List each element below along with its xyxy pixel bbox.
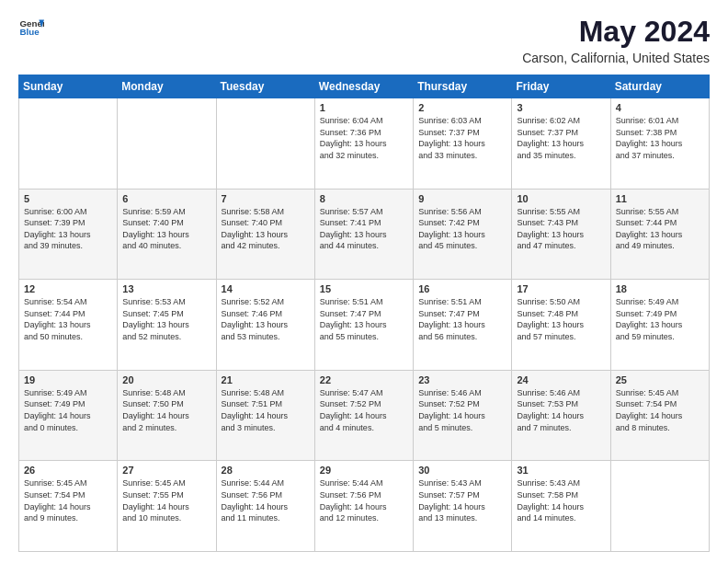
calendar-cell-w5-d3: 28Sunrise: 5:44 AM Sunset: 7:56 PM Dayli… [216, 461, 314, 552]
day-details: Sunrise: 5:46 AM Sunset: 7:52 PM Dayligh… [418, 387, 506, 433]
day-number: 25 [616, 374, 704, 385]
day-details: Sunrise: 5:48 AM Sunset: 7:50 PM Dayligh… [122, 387, 210, 433]
calendar-cell-w1-d4: 1Sunrise: 6:04 AM Sunset: 7:36 PM Daylig… [314, 98, 413, 190]
day-details: Sunrise: 6:01 AM Sunset: 7:38 PM Dayligh… [616, 115, 704, 161]
calendar-cell-w4-d7: 25Sunrise: 5:45 AM Sunset: 7:54 PM Dayli… [610, 370, 709, 461]
calendar-cell-w1-d7: 4Sunrise: 6:01 AM Sunset: 7:38 PM Daylig… [610, 98, 709, 190]
day-number: 16 [418, 283, 506, 294]
calendar-week-5: 26Sunrise: 5:45 AM Sunset: 7:54 PM Dayli… [19, 461, 710, 552]
calendar-cell-w3-d5: 16Sunrise: 5:51 AM Sunset: 7:47 PM Dayli… [414, 280, 512, 371]
col-monday: Monday [118, 75, 216, 98]
day-number: 18 [616, 283, 704, 294]
day-number: 1 [320, 102, 408, 113]
calendar-cell-w5-d5: 30Sunrise: 5:43 AM Sunset: 7:57 PM Dayli… [414, 461, 512, 552]
day-details: Sunrise: 5:52 AM Sunset: 7:46 PM Dayligh… [222, 296, 310, 342]
calendar-cell-w4-d3: 21Sunrise: 5:48 AM Sunset: 7:51 PM Dayli… [216, 370, 314, 461]
calendar-week-3: 12Sunrise: 5:54 AM Sunset: 7:44 PM Dayli… [19, 280, 710, 371]
col-friday: Friday [512, 75, 610, 98]
calendar-cell-w2-d2: 6Sunrise: 5:59 AM Sunset: 7:40 PM Daylig… [118, 189, 216, 280]
calendar-cell-w2-d3: 7Sunrise: 5:58 AM Sunset: 7:40 PM Daylig… [216, 189, 314, 280]
day-number: 12 [24, 283, 112, 294]
calendar-cell-w3-d4: 15Sunrise: 5:51 AM Sunset: 7:47 PM Dayli… [314, 280, 413, 371]
day-number: 24 [517, 374, 605, 385]
calendar-cell-w4-d4: 22Sunrise: 5:47 AM Sunset: 7:52 PM Dayli… [314, 370, 413, 461]
day-number: 10 [517, 193, 605, 204]
day-details: Sunrise: 5:56 AM Sunset: 7:42 PM Dayligh… [418, 206, 506, 252]
day-details: Sunrise: 5:58 AM Sunset: 7:40 PM Dayligh… [222, 206, 310, 252]
day-number: 17 [517, 283, 605, 294]
svg-text:Blue: Blue [19, 27, 40, 37]
calendar-cell-w1-d1 [19, 98, 118, 190]
day-number: 6 [122, 193, 210, 204]
calendar-cell-w3-d3: 14Sunrise: 5:52 AM Sunset: 7:46 PM Dayli… [216, 280, 314, 371]
calendar-cell-w5-d2: 27Sunrise: 5:45 AM Sunset: 7:55 PM Dayli… [118, 461, 216, 552]
day-details: Sunrise: 5:45 AM Sunset: 7:55 PM Dayligh… [122, 477, 210, 523]
day-number: 3 [517, 102, 605, 113]
title-block: May 2024 Carson, California, United Stat… [522, 15, 710, 65]
calendar-cell-w1-d2 [118, 98, 216, 190]
calendar-cell-w5-d4: 29Sunrise: 5:44 AM Sunset: 7:56 PM Dayli… [314, 461, 413, 552]
day-number: 5 [24, 193, 112, 204]
calendar-cell-w2-d5: 9Sunrise: 5:56 AM Sunset: 7:42 PM Daylig… [414, 189, 512, 280]
day-number: 27 [122, 465, 210, 476]
day-details: Sunrise: 5:55 AM Sunset: 7:44 PM Dayligh… [616, 206, 704, 252]
calendar-cell-w1-d6: 3Sunrise: 6:02 AM Sunset: 7:37 PM Daylig… [512, 98, 610, 190]
calendar-week-1: 1Sunrise: 6:04 AM Sunset: 7:36 PM Daylig… [19, 98, 710, 190]
calendar-table: Sunday Monday Tuesday Wednesday Thursday… [18, 75, 710, 552]
day-number: 9 [418, 193, 506, 204]
day-details: Sunrise: 5:59 AM Sunset: 7:40 PM Dayligh… [122, 206, 210, 252]
day-details: Sunrise: 5:47 AM Sunset: 7:52 PM Dayligh… [320, 387, 408, 433]
day-details: Sunrise: 5:45 AM Sunset: 7:54 PM Dayligh… [24, 477, 112, 523]
header: General Blue May 2024 Carson, California… [18, 15, 710, 65]
calendar-cell-w5-d6: 31Sunrise: 5:43 AM Sunset: 7:58 PM Dayli… [512, 461, 610, 552]
day-number: 8 [320, 193, 408, 204]
day-number: 15 [320, 283, 408, 294]
day-number: 21 [222, 374, 310, 385]
calendar-cell-w3-d7: 18Sunrise: 5:49 AM Sunset: 7:49 PM Dayli… [610, 280, 709, 371]
calendar-cell-w2-d7: 11Sunrise: 5:55 AM Sunset: 7:44 PM Dayli… [610, 189, 709, 280]
calendar-cell-w4-d6: 24Sunrise: 5:46 AM Sunset: 7:53 PM Dayli… [512, 370, 610, 461]
day-details: Sunrise: 5:49 AM Sunset: 7:49 PM Dayligh… [616, 296, 704, 342]
day-details: Sunrise: 5:57 AM Sunset: 7:41 PM Dayligh… [320, 206, 408, 252]
day-details: Sunrise: 5:45 AM Sunset: 7:54 PM Dayligh… [616, 387, 704, 433]
day-details: Sunrise: 5:44 AM Sunset: 7:56 PM Dayligh… [222, 477, 310, 523]
day-details: Sunrise: 5:48 AM Sunset: 7:51 PM Dayligh… [222, 387, 310, 433]
day-number: 23 [418, 374, 506, 385]
calendar-cell-w3-d2: 13Sunrise: 5:53 AM Sunset: 7:45 PM Dayli… [118, 280, 216, 371]
calendar-cell-w1-d5: 2Sunrise: 6:03 AM Sunset: 7:37 PM Daylig… [414, 98, 512, 190]
calendar-week-4: 19Sunrise: 5:49 AM Sunset: 7:49 PM Dayli… [19, 370, 710, 461]
day-number: 22 [320, 374, 408, 385]
day-number: 2 [418, 102, 506, 113]
col-tuesday: Tuesday [216, 75, 314, 98]
day-number: 20 [122, 374, 210, 385]
day-details: Sunrise: 6:00 AM Sunset: 7:39 PM Dayligh… [24, 206, 112, 252]
calendar-cell-w1-d3 [216, 98, 314, 190]
day-number: 31 [517, 465, 605, 476]
day-number: 4 [616, 102, 704, 113]
logo-icon: General Blue [18, 15, 44, 40]
location: Carson, California, United States [522, 51, 710, 65]
day-details: Sunrise: 5:50 AM Sunset: 7:48 PM Dayligh… [517, 296, 605, 342]
calendar-cell-w2-d1: 5Sunrise: 6:00 AM Sunset: 7:39 PM Daylig… [19, 189, 118, 280]
calendar-cell-w4-d1: 19Sunrise: 5:49 AM Sunset: 7:49 PM Dayli… [19, 370, 118, 461]
day-number: 7 [222, 193, 310, 204]
day-number: 29 [320, 465, 408, 476]
day-details: Sunrise: 5:44 AM Sunset: 7:56 PM Dayligh… [320, 477, 408, 523]
calendar-cell-w4-d5: 23Sunrise: 5:46 AM Sunset: 7:52 PM Dayli… [414, 370, 512, 461]
day-details: Sunrise: 5:46 AM Sunset: 7:53 PM Dayligh… [517, 387, 605, 433]
day-details: Sunrise: 5:51 AM Sunset: 7:47 PM Dayligh… [320, 296, 408, 342]
day-details: Sunrise: 6:04 AM Sunset: 7:36 PM Dayligh… [320, 115, 408, 161]
calendar-cell-w3-d6: 17Sunrise: 5:50 AM Sunset: 7:48 PM Dayli… [512, 280, 610, 371]
day-number: 28 [222, 465, 310, 476]
col-thursday: Thursday [414, 75, 512, 98]
logo: General Blue [18, 15, 44, 40]
day-details: Sunrise: 5:43 AM Sunset: 7:57 PM Dayligh… [418, 477, 506, 523]
calendar-cell-w5-d7 [610, 461, 709, 552]
day-number: 19 [24, 374, 112, 385]
calendar-header-row: Sunday Monday Tuesday Wednesday Thursday… [19, 75, 710, 98]
day-details: Sunrise: 5:55 AM Sunset: 7:43 PM Dayligh… [517, 206, 605, 252]
calendar-cell-w2-d6: 10Sunrise: 5:55 AM Sunset: 7:43 PM Dayli… [512, 189, 610, 280]
day-details: Sunrise: 6:02 AM Sunset: 7:37 PM Dayligh… [517, 115, 605, 161]
day-number: 30 [418, 465, 506, 476]
page: General Blue May 2024 Carson, California… [0, 0, 728, 563]
